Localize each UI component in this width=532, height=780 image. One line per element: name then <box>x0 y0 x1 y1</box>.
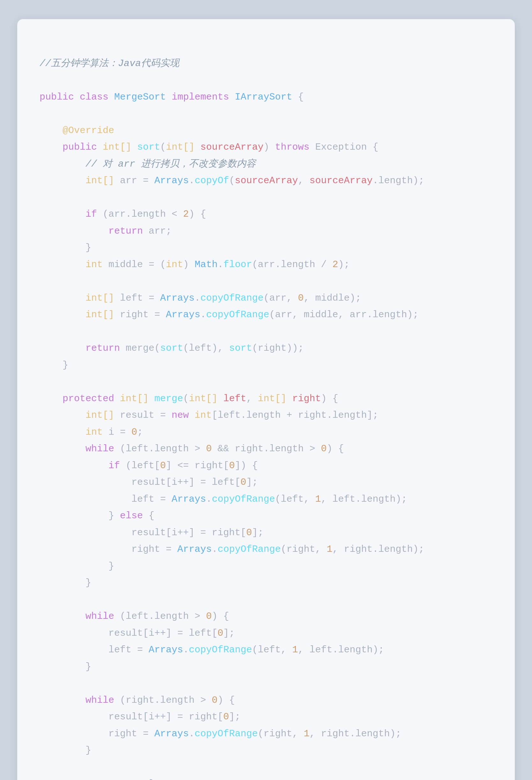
number-2-1: 2 <box>183 209 189 220</box>
type-int-2: int <box>86 427 103 438</box>
keyword-protected: protected <box>62 393 114 404</box>
number-0-10: 0 <box>217 628 223 639</box>
method-sort-call-1: sort <box>160 343 183 354</box>
comment-header: //五分钟学算法：Java代码实现 <box>40 58 179 69</box>
comment-copy: // 对 arr 进行拷贝，不改变参数内容 <box>86 159 256 169</box>
number-0-5: 0 <box>160 460 166 471</box>
param-right-1: right <box>292 393 321 404</box>
type-int-cast: int <box>166 259 183 270</box>
type-int-array-2: int[] <box>166 142 195 153</box>
type-int-array-5: int[] <box>86 309 114 320</box>
class-arrays-1: Arrays <box>154 175 189 186</box>
number-1-4: 1 <box>304 728 309 739</box>
number-0-3: 0 <box>206 443 212 454</box>
keyword-implements: implements <box>172 92 229 102</box>
param-sourcearray-3: sourceArray <box>309 175 373 186</box>
number-1-2: 1 <box>327 544 332 555</box>
class-math: Math <box>195 259 217 270</box>
type-int-array-1: int[] <box>103 142 131 153</box>
classname-mergesort: MergeSort <box>114 92 166 102</box>
method-copyof: copyOf <box>195 175 229 186</box>
method-copyofrange-2: copyOfRange <box>206 309 269 320</box>
keyword-else: else <box>120 510 143 521</box>
number-0-4: 0 <box>321 443 327 454</box>
number-1-1: 1 <box>315 494 321 504</box>
method-copyofrange-6: copyOfRange <box>195 728 258 739</box>
classname-iarraysort: IArraySort <box>235 92 292 102</box>
keyword-public-1: public <box>40 92 74 102</box>
number-0-7: 0 <box>241 477 246 488</box>
keyword-public-2: public <box>62 142 97 153</box>
number-0-6: 0 <box>229 460 235 471</box>
class-arrays-4: Arrays <box>172 494 206 504</box>
keyword-while-3: while <box>86 695 114 705</box>
class-arrays-7: Arrays <box>154 728 189 739</box>
type-int-1: int <box>86 259 103 270</box>
keyword-if-1: if <box>86 209 97 220</box>
method-copyofrange-4: copyOfRange <box>217 544 281 555</box>
keyword-throws: throws <box>275 142 309 153</box>
type-int-array-9: int[] <box>86 410 114 421</box>
number-0-1: 0 <box>298 293 304 303</box>
type-int-array-3: int[] <box>86 175 114 186</box>
number-2-2: 2 <box>332 259 338 270</box>
param-sourcearray-2: sourceArray <box>235 175 298 186</box>
keyword-return-3: return <box>86 778 120 780</box>
type-int-array-10: int <box>195 410 212 421</box>
method-sort-call-2: sort <box>229 343 252 354</box>
method-merge: merge <box>154 393 183 404</box>
code-block: //五分钟学算法：Java代码实现 public class MergeSort… <box>40 38 492 780</box>
number-1-3: 1 <box>292 644 298 655</box>
number-0-12: 0 <box>223 712 229 722</box>
keyword-if-2: if <box>108 460 120 471</box>
keyword-new: new <box>172 410 189 421</box>
number-0-8: 0 <box>246 527 252 538</box>
number-0-9: 0 <box>206 611 212 622</box>
code-card: //五分钟学算法：Java代码实现 public class MergeSort… <box>17 19 515 780</box>
keyword-while-1: while <box>86 443 114 454</box>
method-copyofrange-5: copyOfRange <box>189 644 252 655</box>
keyword-class: class <box>80 92 108 102</box>
keyword-return-2: return <box>86 343 120 354</box>
method-floor: floor <box>223 259 252 270</box>
number-0-11: 0 <box>212 695 217 705</box>
class-arrays-5: Arrays <box>177 544 212 555</box>
type-int-array-4: int[] <box>86 293 114 303</box>
type-int-array-6: int[] <box>120 393 149 404</box>
param-sourcearray: sourceArray <box>200 142 263 153</box>
method-copyofrange-3: copyOfRange <box>212 494 275 504</box>
class-arrays-6: Arrays <box>149 644 183 655</box>
method-copyofrange-1: copyOfRange <box>200 293 263 303</box>
param-left-1: left <box>223 393 246 404</box>
class-arrays-2: Arrays <box>160 293 195 303</box>
number-0-2: 0 <box>131 427 137 438</box>
type-int-array-8: int[] <box>258 393 286 404</box>
method-sort: sort <box>137 142 160 153</box>
keyword-while-2: while <box>86 611 114 622</box>
keyword-return-1: return <box>108 226 143 237</box>
annotation-override: @Override <box>62 125 114 136</box>
class-arrays-3: Arrays <box>166 309 200 320</box>
type-int-array-7: int[] <box>189 393 217 404</box>
